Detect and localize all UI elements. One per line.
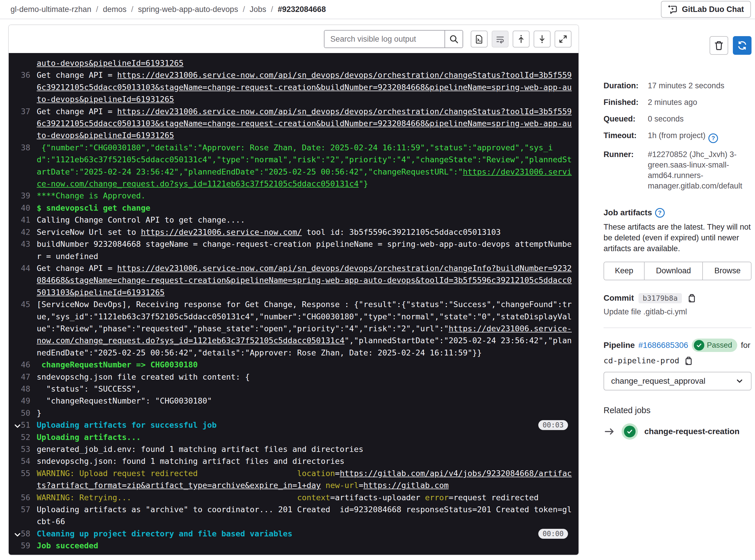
wrap-lines-button[interactable] — [492, 31, 509, 47]
detail-value-cell: 2 minutes ago — [648, 97, 752, 107]
scroll-to-bottom-button[interactable] — [534, 31, 551, 47]
log-line-number[interactable]: 42 — [9, 226, 37, 238]
log-line-number[interactable]: 56 — [9, 492, 37, 503]
log-line-number[interactable]: 39 — [9, 190, 37, 202]
log-line-number[interactable]: 50 — [9, 407, 37, 419]
breadcrumb-separator: / — [271, 5, 273, 14]
browse-artifacts-button[interactable]: Browse — [702, 262, 752, 280]
duo-chat-icon — [668, 4, 678, 14]
retry-job-button[interactable] — [733, 36, 752, 55]
breadcrumb: gl-demo-ultimate-rzhan/demos/spring-web-… — [11, 5, 326, 14]
job-sidebar: Duration:17 minutes 2 secondsFinished:2 … — [604, 24, 752, 440]
search-icon — [449, 34, 459, 44]
log-text: ****Change is Approved. — [37, 191, 146, 200]
job-success-status-icon — [621, 423, 638, 440]
log-line-number[interactable]: 38 — [9, 142, 37, 190]
keep-artifacts-button[interactable]: Keep — [604, 262, 644, 280]
pipeline-link[interactable]: #1686685306 — [638, 341, 688, 350]
log-text: Cleaning up project directory and file b… — [37, 529, 292, 538]
log-text: "status": "SUCCESS", — [37, 384, 141, 393]
pipeline-status-badge[interactable]: Passed — [692, 339, 737, 352]
log-link[interactable]: https://dev231006.service-now.com/api/sn… — [37, 107, 572, 140]
log-line-number[interactable]: 40 — [9, 202, 37, 214]
log-line-content: WARNING: Upload request redirected locat… — [37, 467, 572, 492]
commit-sha-badge[interactable]: b3179b8a — [638, 293, 681, 303]
log-line-51[interactable]: 51Uploading artifacts for successful job… — [9, 419, 578, 431]
pipeline-label: Pipeline — [604, 341, 635, 350]
search-button[interactable] — [445, 31, 463, 47]
scroll-to-top-button[interactable] — [513, 31, 530, 47]
artifacts-help-icon[interactable]: ? — [655, 208, 665, 218]
log-line-number[interactable]: 55 — [9, 467, 37, 492]
log-line-content: "changeRequestNumber": "CHG0030180" — [37, 395, 572, 407]
log-toolbar — [9, 25, 578, 53]
log-line-content: Uploading artifacts for successful job — [37, 419, 572, 431]
log-line-content: sndevopschg.json: found 1 matching artif… — [37, 455, 572, 467]
log-line-number[interactable]: 36 — [9, 69, 37, 105]
log-line-number[interactable]: 48 — [9, 383, 37, 395]
log-line-number[interactable]: 46 — [9, 359, 37, 371]
log-text: } — [37, 408, 41, 418]
log-line-content: auto-devops&pipelineId=61931265 — [37, 57, 572, 69]
detail-label: Finished: — [604, 97, 644, 107]
job-artifacts-title: Job artifacts ? — [604, 208, 752, 218]
arrow-right-icon — [604, 426, 615, 437]
log-line-wrap: auto-devops&pipelineId=61931265 — [9, 57, 578, 69]
search-input[interactable] — [325, 31, 445, 47]
log-line-number[interactable]: 53 — [9, 443, 37, 455]
log-link[interactable]: https://gitlab.com — [364, 481, 449, 490]
log-text: Get change API = — [37, 264, 117, 273]
download-artifacts-button[interactable]: Download — [644, 262, 702, 280]
log-line-number[interactable]: 44 — [9, 262, 37, 298]
log-line-40: 40$ sndevopscli get change — [9, 202, 578, 214]
breadcrumb-link[interactable]: spring-web-app-auto-devops — [138, 5, 238, 14]
detail-value: #12270852 (Jhc_Jxvh) 3-green.saas-linux-… — [648, 150, 742, 190]
related-jobs-list: change-request-creation — [604, 423, 752, 440]
log-line-number[interactable]: 54 — [9, 455, 37, 467]
log-line-42: 42ServiceNow Url set to https://dev23100… — [9, 226, 578, 238]
breadcrumb-link[interactable]: gl-demo-ultimate-rzhan — [11, 5, 91, 14]
timeout-help-icon[interactable]: ? — [708, 134, 718, 143]
breadcrumb-link[interactable]: Jobs — [250, 5, 266, 14]
breadcrumb-link[interactable]: demos — [103, 5, 126, 14]
log-link[interactable]: https://dev231006.service-now.com/ — [141, 227, 302, 237]
log-line-number[interactable]: 52 — [9, 431, 37, 443]
log-line-58[interactable]: 58Cleaning up project directory and file… — [9, 528, 578, 540]
fullscreen-button[interactable] — [555, 31, 571, 47]
pipeline-ref: cd-pipeline-prod — [604, 356, 679, 365]
log-text: ServiceNow Url set to — [37, 227, 141, 237]
detail-value: 1h (from project) — [648, 131, 706, 140]
pipeline-for-text: for — [741, 341, 750, 350]
log-text: Job succeeded — [37, 541, 98, 550]
pipeline-status-text: Passed — [707, 341, 732, 349]
log-line-number[interactable]: 49 — [9, 395, 37, 407]
log-link[interactable]: https://dev231006.service-now.com/api/sn… — [37, 264, 572, 297]
log-link[interactable]: https://dev231006.service-now.com/api/sn… — [37, 71, 572, 104]
detail-value: 2 minutes ago — [648, 98, 697, 107]
log-line-55: 55WARNING: Upload request redirected loc… — [9, 467, 578, 492]
log-line-number[interactable]: 47 — [9, 371, 37, 383]
copy-commit-sha-button[interactable] — [687, 294, 696, 303]
log-line-number[interactable]: 51 — [9, 419, 37, 431]
log-line-number[interactable]: 45 — [9, 298, 37, 359]
log-line-number[interactable]: 37 — [9, 105, 37, 142]
log-line-content: $ sndevopscli get change — [37, 202, 572, 214]
log-line-number[interactable]: 58 — [9, 528, 37, 540]
job-log: auto-devops&pipelineId=6193126536Get cha… — [9, 53, 578, 555]
log-line-number[interactable] — [9, 57, 37, 69]
gitlab-duo-chat-button[interactable]: GitLab Duo Chat — [661, 1, 751, 18]
related-job-link[interactable]: change-request-creation — [644, 427, 739, 436]
copy-ref-button[interactable] — [683, 356, 693, 365]
log-line-content: buildNumber 9232084668 stageName = chang… — [37, 238, 572, 262]
erase-job-log-button[interactable] — [710, 36, 728, 55]
log-line-number[interactable]: 59 — [9, 540, 37, 552]
log-line-number[interactable]: 57 — [9, 503, 37, 528]
job-dropdown[interactable]: change_request_approval — [604, 372, 752, 391]
log-text — [198, 469, 297, 478]
log-line-number[interactable]: 41 — [9, 214, 37, 226]
show-raw-log-button[interactable] — [471, 31, 488, 47]
log-text — [131, 493, 297, 502]
log-line-number[interactable]: 43 — [9, 238, 37, 262]
pipeline-ref-row: cd-pipeline-prod — [604, 356, 752, 365]
log-link[interactable]: auto-devops&pipelineId=61931265 — [37, 59, 184, 67]
